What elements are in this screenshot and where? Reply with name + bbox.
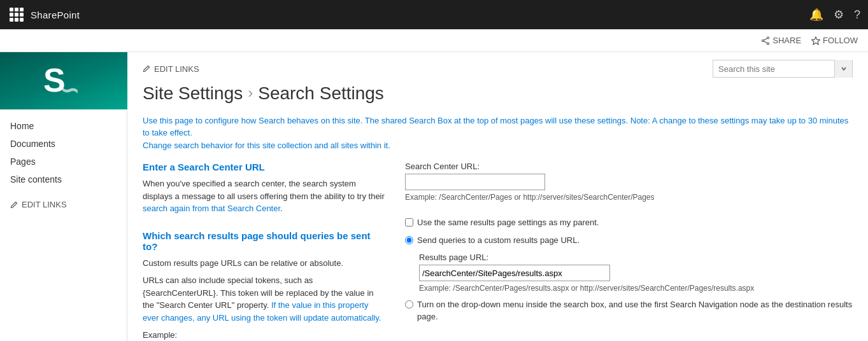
info-main-text: Use this page to configure how Search be… — [143, 116, 848, 138]
dropdown-radio[interactable] — [405, 300, 413, 309]
follow-label: FOLLOW — [823, 36, 858, 45]
secondary-bar: SHARE FOLLOW — [0, 29, 868, 52]
content-area: EDIT LINKS Site Settings › Search Settin… — [127, 52, 868, 341]
follow-button[interactable]: FOLLOW — [811, 36, 858, 45]
right-column: Search Center URL: Example: /SearchCente… — [405, 162, 853, 329]
results-url-label: Results page URL: — [419, 253, 853, 262]
results-page-section-left: Which search results page should queries… — [143, 230, 385, 341]
page-title-area: Site Settings › Search Settings — [127, 78, 868, 115]
svg-line-3 — [764, 38, 767, 40]
top-navigation: SharePoint 🔔 ⚙ ? — [0, 0, 868, 29]
sidebar: S ∽ Home Documents Pages Site contents E… — [0, 52, 127, 341]
svg-point-1 — [767, 43, 769, 45]
pencil-icon — [10, 201, 18, 209]
settings-icon[interactable]: ⚙ — [834, 8, 844, 22]
results-url-input[interactable] — [419, 265, 610, 281]
send-custom-option: Send queries to a custom results page UR… — [405, 235, 853, 246]
sidebar-item-site-contents[interactable]: Site contents — [0, 170, 127, 188]
main-layout: S ∽ Home Documents Pages Site contents E… — [0, 52, 868, 341]
results-page-options: Use the same results page settings as my… — [405, 217, 853, 323]
sidebar-navigation: Home Documents Pages Site contents — [0, 109, 127, 196]
help-icon[interactable]: ? — [854, 8, 860, 22]
two-col-layout: Enter a Search Center URL When you've sp… — [143, 162, 853, 341]
pencil-edit-icon — [143, 65, 150, 73]
results-page-desc2: URLs can also include special tokens, su… — [143, 274, 385, 324]
edit-links-top[interactable]: EDIT LINKS — [143, 64, 199, 74]
left-column: Enter a Search Center URL When you've sp… — [143, 162, 385, 341]
grid-icon — [10, 8, 24, 22]
search-center-title: Enter a Search Center URL — [143, 162, 385, 172]
form-area: Use this page to configure how Search be… — [127, 115, 868, 341]
app-launcher-button[interactable] — [8, 6, 25, 24]
edit-links-top-label: EDIT LINKS — [154, 64, 199, 74]
search-this-site-input[interactable] — [713, 60, 834, 77]
search-center-url-example: Example: /SearchCenter/Pages or http://s… — [405, 193, 853, 202]
svg-point-2 — [762, 39, 764, 41]
share-icon — [761, 36, 770, 45]
results-page-example: Example: {SearchCenterURL}/results.aspx — [143, 329, 385, 341]
send-custom-label[interactable]: Send queries to a custom results page UR… — [417, 235, 580, 246]
svg-text:∽: ∽ — [60, 77, 79, 103]
share-button[interactable]: SHARE — [761, 36, 801, 45]
same-as-parent-checkbox[interactable] — [405, 218, 413, 226]
breadcrumb: Site Settings › Search Settings — [143, 83, 853, 104]
breadcrumb-part1: Site Settings — [143, 83, 243, 104]
top-nav-actions: 🔔 ⚙ ? — [809, 8, 860, 22]
breadcrumb-part2: Search Settings — [258, 83, 384, 104]
site-logo[interactable]: S ∽ — [0, 52, 127, 109]
sharepoint-logo-graphic: S ∽ — [38, 59, 89, 103]
star-icon — [811, 36, 820, 45]
notifications-icon[interactable]: 🔔 — [809, 8, 823, 22]
dropdown-option: Turn on the drop-down menu inside the se… — [405, 299, 853, 322]
sidebar-item-documents[interactable]: Documents — [0, 135, 127, 153]
results-page-title: Which search results page should queries… — [143, 230, 385, 252]
results-url-field: Results page URL: Example: /SearchCenter… — [405, 253, 853, 293]
svg-marker-5 — [812, 37, 820, 45]
search-center-url-input[interactable] — [405, 174, 545, 190]
chevron-down-icon — [841, 66, 847, 72]
results-page-desc1: Custom results page URLs can be relative… — [143, 257, 385, 270]
info-link[interactable]: Change search behavior for this site col… — [143, 141, 390, 150]
same-as-parent-label[interactable]: Use the same results page settings as my… — [417, 217, 599, 228]
search-center-url-label: Search Center URL: — [405, 162, 853, 171]
sidebar-edit-links[interactable]: EDIT LINKS — [0, 196, 127, 213]
dropdown-label[interactable]: Turn on the drop-down menu inside the se… — [417, 299, 853, 322]
search-center-desc: When you've specified a search center, t… — [143, 177, 385, 215]
results-url-example: Example: /SearchCenter/Pages/results.asp… — [419, 284, 853, 293]
sidebar-item-home[interactable]: Home — [0, 117, 127, 135]
search-center-desc-link[interactable]: search again from that Search Center — [143, 204, 280, 213]
search-dropdown-button[interactable] — [834, 60, 852, 78]
share-label: SHARE — [772, 36, 801, 45]
svg-point-0 — [767, 37, 769, 39]
content-header: EDIT LINKS — [127, 52, 868, 78]
sidebar-item-pages[interactable]: Pages — [0, 153, 127, 170]
search-center-section: Enter a Search Center URL When you've sp… — [143, 162, 385, 215]
app-title: SharePoint — [31, 10, 80, 20]
search-this-site-box[interactable] — [713, 60, 853, 78]
send-custom-radio[interactable] — [405, 236, 413, 244]
breadcrumb-separator: › — [248, 84, 253, 102]
same-as-parent-option: Use the same results page settings as my… — [405, 217, 853, 228]
svg-line-4 — [764, 41, 767, 43]
sidebar-edit-links-label: EDIT LINKS — [22, 200, 67, 209]
example-label: Example: — [143, 330, 177, 340]
search-center-url-field: Search Center URL: Example: /SearchCente… — [405, 162, 853, 202]
info-text: Use this page to configure how Search be… — [143, 115, 853, 152]
